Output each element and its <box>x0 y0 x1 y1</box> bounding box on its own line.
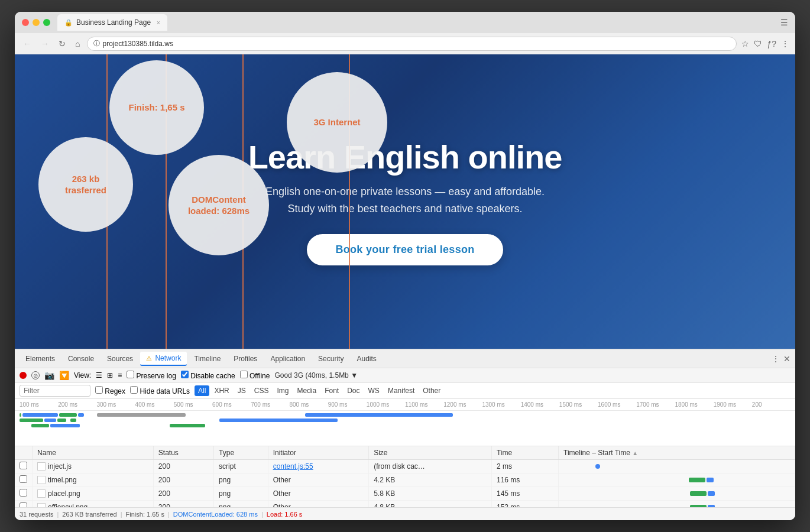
row-name: effiencyl.png <box>33 501 154 508</box>
devtools-close-icon[interactable]: ✕ <box>783 354 790 364</box>
tab-sources[interactable]: Sources <box>101 352 139 365</box>
cta-button[interactable]: Book your free trial lesson <box>307 234 503 265</box>
view-grid-icon[interactable]: ⊞ <box>107 371 113 379</box>
filter-input[interactable] <box>20 385 90 397</box>
filter-icon[interactable]: 🔽 <box>59 371 69 380</box>
bar-seg <box>31 424 49 427</box>
filter-js[interactable]: JS <box>234 385 250 396</box>
tab-application[interactable]: Application <box>264 352 311 365</box>
disable-cache-label: Disable cache <box>181 371 235 380</box>
table-header-row: Name Status Type Initiator Size Time Tim… <box>15 446 795 460</box>
table-row[interactable]: placel.png 200 png Other 5.8 KB 145 ms <box>15 487 795 501</box>
initiator-link[interactable]: content.js:55 <box>273 462 313 471</box>
row-initiator: Other <box>268 473 368 487</box>
tab-profiles[interactable]: Profiles <box>228 352 263 365</box>
col-type[interactable]: Type <box>214 446 268 460</box>
table-row[interactable]: inject.js 200 script content.js:55 (from… <box>15 460 795 473</box>
view-list-icon[interactable]: ☰ <box>96 371 102 379</box>
menu-icon[interactable]: ☰ <box>780 18 788 27</box>
row-initiator: Other <box>268 487 368 501</box>
timeline-bars-group <box>689 478 714 482</box>
close-button[interactable] <box>22 19 29 26</box>
filter-css[interactable]: CSS <box>251 385 273 396</box>
filter-manifest[interactable]: Manifest <box>384 385 418 396</box>
filter-other[interactable]: Other <box>419 385 444 396</box>
clear-button[interactable]: ⊘ <box>31 371 40 379</box>
record-button[interactable] <box>20 372 27 379</box>
back-button[interactable]: ← <box>21 38 34 50</box>
forward-button[interactable]: → <box>38 38 51 50</box>
row-checkbox-cell <box>15 501 33 508</box>
row-time: 116 ms <box>491 473 558 487</box>
url-bar[interactable]: ⓘ project130385.tilda.ws <box>87 37 737 51</box>
tab-network[interactable]: ⚠ Network <box>140 352 187 366</box>
timeline-bars-group <box>690 491 715 496</box>
bar-seg <box>20 413 21 417</box>
tab-elements[interactable]: Elements <box>20 352 61 365</box>
tab-application-label: Application <box>270 355 305 363</box>
filter-xhr[interactable]: XHR <box>210 385 232 396</box>
devtools-more-icon[interactable]: ⋮ <box>772 354 780 364</box>
filter-media[interactable]: Media <box>294 385 320 396</box>
view-other-icon[interactable]: ≡ <box>118 371 122 379</box>
col-timeline[interactable]: Timeline – Start Time ▲ <box>559 446 795 460</box>
col-time[interactable]: Time <box>491 446 558 460</box>
dom-bubble-text: DOMContent loaded: 628ms <box>188 194 250 217</box>
row-timeline-cell <box>559 501 795 508</box>
bookmark-icon[interactable]: ☆ <box>741 39 749 48</box>
internet-bubble-text: 3G Internet <box>313 116 360 128</box>
row-checkbox[interactable] <box>20 475 27 483</box>
devtools-statusbar: 31 requests | 263 KB transferred | Finis… <box>15 507 795 520</box>
tab-timeline-label: Timeline <box>194 355 221 363</box>
camera-icon[interactable]: 📷 <box>44 371 54 380</box>
secure-icon: ⓘ <box>93 39 100 48</box>
row-time: 145 ms <box>491 487 558 501</box>
row-size: 5.8 KB <box>369 487 492 501</box>
network-condition-selector[interactable]: Good 3G (40ms, 1.5Mb ▼ <box>274 371 358 379</box>
tab-console[interactable]: Console <box>62 352 100 365</box>
tab-security[interactable]: Security <box>312 352 349 365</box>
browser-window: 🔒 Business Landing Page × ☰ ← → ↻ ⌂ ⓘ pr… <box>15 12 795 520</box>
hide-urls-checkbox[interactable] <box>130 386 138 394</box>
refresh-button[interactable]: ↻ <box>56 38 68 50</box>
maximize-button[interactable] <box>43 19 50 26</box>
tab-title: Business Landing Page <box>76 18 151 27</box>
filter-all[interactable]: All <box>195 385 209 396</box>
tab-close-button[interactable]: × <box>157 20 160 26</box>
table-row[interactable]: effiencyl.png 200 png Other 4.8 KB 152 m… <box>15 501 795 508</box>
bar-seg <box>305 413 453 417</box>
preserve-log-checkbox[interactable] <box>127 371 134 378</box>
table-row[interactable]: timel.png 200 png Other 4.2 KB 116 ms <box>15 473 795 487</box>
regex-label: Regex <box>95 386 125 395</box>
filter-doc[interactable]: Doc <box>344 385 363 396</box>
filter-img[interactable]: Img <box>273 385 292 396</box>
minimize-button[interactable] <box>33 19 40 26</box>
bar-seg <box>59 413 77 417</box>
row-checkbox[interactable] <box>20 502 27 507</box>
col-size[interactable]: Size <box>369 446 492 460</box>
more-icon[interactable]: ⋮ <box>781 39 789 48</box>
regex-checkbox[interactable] <box>95 386 103 394</box>
status-load: Load: 1.66 s <box>267 511 303 518</box>
offline-checkbox[interactable] <box>240 371 248 378</box>
disable-cache-checkbox[interactable] <box>181 371 189 378</box>
warning-icon: ⚠ <box>146 355 152 362</box>
title-bar-right: ☰ <box>780 18 788 27</box>
row-checkbox[interactable] <box>20 489 27 497</box>
tab-audits-label: Audits <box>357 355 376 363</box>
status-requests: 31 requests <box>20 511 53 518</box>
filter-font[interactable]: Font <box>321 385 342 396</box>
home-button[interactable]: ⌂ <box>73 38 82 50</box>
settings-icon[interactable]: ƒ? <box>767 39 776 48</box>
row-checkbox[interactable] <box>20 462 27 469</box>
col-name[interactable]: Name <box>33 446 154 460</box>
browser-tab[interactable]: 🔒 Business Landing Page × <box>57 14 167 31</box>
col-status[interactable]: Status <box>153 446 213 460</box>
tab-audits[interactable]: Audits <box>351 352 382 365</box>
bar-seg <box>44 419 56 422</box>
bar-seg <box>50 424 80 427</box>
filter-ws[interactable]: WS <box>365 385 383 396</box>
bar-seg <box>70 419 76 422</box>
tab-timeline[interactable]: Timeline <box>188 352 226 365</box>
col-initiator[interactable]: Initiator <box>268 446 368 460</box>
